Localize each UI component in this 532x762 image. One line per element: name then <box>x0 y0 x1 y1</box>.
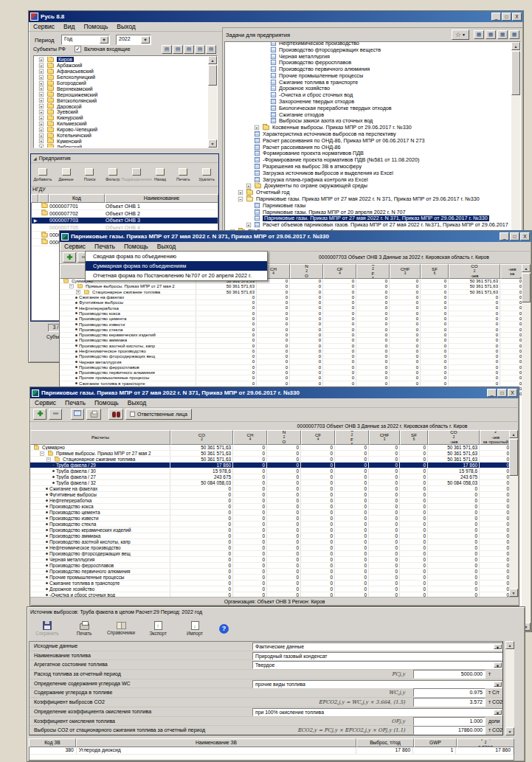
menu-item-помощь[interactable]: Помощь <box>90 399 123 406</box>
expand-icon[interactable]: − <box>69 285 73 288</box>
period-type-select[interactable]: Год▼ <box>61 35 110 45</box>
subject-tree-item[interactable]: +Белохолуницкий <box>35 75 207 80</box>
task-tree-item[interactable]: Черная металлургия <box>227 53 510 60</box>
menu-item-сервис[interactable]: Сервис <box>29 23 59 30</box>
maximize-button[interactable]: □ <box>502 13 511 21</box>
column-header[interactable]: N2O <box>267 430 301 445</box>
main-titlebar[interactable]: Русь 8.8 _□X <box>29 11 523 22</box>
collapse-tree-icon[interactable]: ▦ <box>497 30 508 39</box>
calculation-row[interactable]: −Прямые выбросы. Приказ МПР от 27 мая 25… <box>30 451 510 457</box>
remove-row-button[interactable] <box>49 409 62 420</box>
calculation-row[interactable]: Дорожное хозяйство000000000 <box>30 586 510 592</box>
column-header[interactable]: CHF3 <box>390 264 421 279</box>
field-value[interactable]: 1.000 <box>413 717 486 726</box>
period-year-select[interactable]: 2022▼ <box>116 35 151 45</box>
task-tree-item[interactable]: Сжигание отходов <box>227 111 510 118</box>
zv-column-header[interactable]: Наименование ЗВ <box>76 738 356 747</box>
export-icon[interactable]: ▤ <box>195 45 205 54</box>
expand-icon[interactable]: + <box>39 145 44 148</box>
calculation-row[interactable]: Прочие промышленные процессы000000000 <box>60 375 522 381</box>
close-button[interactable]: X <box>520 232 530 240</box>
calculation-row[interactable]: Производство керамических изделий0000000… <box>30 527 510 533</box>
calculation-row[interactable]: Сжигание топлива в транспорте000000000 <box>30 581 510 586</box>
expand-icon[interactable]: + <box>39 98 44 103</box>
calculation-row[interactable]: Нефтепереработка000000000 <box>30 498 510 504</box>
table-row[interactable]: ▶0000007703Объект ОНВ 3 <box>32 218 218 225</box>
scroll-up-icon[interactable]: ▲ <box>522 264 531 272</box>
zv-column-header[interactable]: Выброс, CO2э,т/год <box>457 738 514 747</box>
column-header[interactable]: CO2 <box>170 430 233 445</box>
task-tree-item[interactable]: -Формирование проекта нормативов ПДВ (№5… <box>227 156 510 163</box>
calculation-row[interactable]: Производство керамических изделий0000000… <box>60 333 522 338</box>
task-tree-item[interactable]: Производство ферросплавов <box>227 59 510 66</box>
menu-item-выход[interactable]: Выход <box>123 399 151 406</box>
print-button[interactable] <box>86 409 101 420</box>
field-select[interactable]: Твердое▼ <box>252 661 503 669</box>
column-header[interactable]: SF6 <box>400 430 428 445</box>
task-tree-item[interactable]: Загрузка источников выбросов и выделения… <box>227 170 510 176</box>
zv-column-header[interactable]: GWP <box>414 738 457 747</box>
expand-icon[interactable]: − <box>46 457 50 461</box>
task-tree-item[interactable]: Сжигание топлива в транспорте <box>227 79 510 86</box>
subject-tree-item[interactable]: +Верхошижемский <box>35 91 207 97</box>
responsible-persons-button[interactable]: Ответственные лица <box>125 409 192 420</box>
task-tree-item[interactable]: Формирование проекта нормативов ПДВ <box>227 150 510 157</box>
expand-icon[interactable]: + <box>39 92 44 97</box>
calculation-row[interactable]: Производство кокса000000000 <box>60 311 522 316</box>
scroll-up-icon[interactable]: ▲ <box>505 641 514 649</box>
expand-icon[interactable]: + <box>76 290 80 294</box>
favorites-star-button[interactable]: ☆▼ <box>452 30 469 40</box>
expand-icon[interactable]: + <box>39 139 44 143</box>
calculation-row[interactable]: Производство первичного алюминия00000000… <box>60 370 522 375</box>
table-view-button[interactable] <box>71 409 84 420</box>
calculation-row[interactable]: Прочие промышленные процессы000000000 <box>30 575 510 581</box>
toolbar-button-add[interactable]: Добавить <box>31 163 55 186</box>
print-menu-item[interactable]: Сводная форма по объединению <box>86 252 267 261</box>
close-button[interactable]: X <box>508 389 517 397</box>
dialog-scrollbar[interactable]: ▲ ▼ <box>509 430 518 597</box>
scroll-down-icon[interactable]: ▼ <box>509 589 518 597</box>
subjects-scrollbar[interactable]: ▲ ▼ <box>208 56 217 148</box>
close-button[interactable]: X <box>512 13 522 21</box>
column-header[interactable]: CO2-эквза прошлый год <box>480 430 511 445</box>
toolbar-button-delete[interactable]: Удалить <box>195 163 218 186</box>
scroll-up-icon[interactable]: ▲ <box>511 42 520 50</box>
minimize-button[interactable]: _ <box>500 232 509 240</box>
calculation-row[interactable]: −Стационарное сжигание топлива50 361 571… <box>30 457 510 463</box>
sheet-icon[interactable]: ▤ <box>206 45 216 54</box>
column-header[interactable]: C2F6 <box>356 264 390 279</box>
task-tree-item[interactable]: +Отчетный год <box>227 189 510 195</box>
chevron-down-icon[interactable]: ▼ <box>494 662 502 668</box>
scroll-down-icon[interactable]: ▼ <box>208 139 217 148</box>
column-header-name[interactable]: Наименование <box>105 194 218 203</box>
calculation-row[interactable]: Производство цемента000000000 <box>60 316 522 322</box>
field-value[interactable]: 3.572 <box>413 698 486 707</box>
column-header[interactable]: CF4 <box>323 264 356 279</box>
column-header[interactable]: CO2-экв <box>428 430 480 445</box>
chevron-down-icon[interactable]: ▼ <box>100 36 108 44</box>
dialog-titlebar[interactable]: Парниковые газы. Приказ МПР от 27 мая 20… <box>30 387 519 398</box>
add-row-button[interactable] <box>63 252 76 263</box>
subject-tree-item[interactable]: +Даровской <box>35 103 207 109</box>
task-tree-item[interactable]: Загрузка плана-графика контроля из Excel <box>227 176 510 183</box>
subject-tree-item[interactable]: +Кирово-Чепецкий <box>35 127 207 133</box>
field-select[interactable]: при 100% окисление топлива▼ <box>252 708 503 716</box>
toolbar-button-back[interactable]: Назад <box>148 163 172 186</box>
calculation-row[interactable]: Производство аммиака000000000 <box>60 338 522 343</box>
field-value[interactable]: 0.975 <box>413 688 486 697</box>
chevron-down-icon[interactable]: ▼ <box>141 36 150 44</box>
subject-tree-item[interactable]: +Лебяжский <box>35 144 207 148</box>
help-icon[interactable]: ? <box>219 624 229 634</box>
field-select[interactable]: Фактические данные▼ <box>252 642 503 651</box>
task-tree-item[interactable]: -Очистка и сброс сточных вод <box>227 91 510 98</box>
include-children-checkbox[interactable]: ✓ <box>75 46 81 52</box>
task-tree-item[interactable]: Парниковые газы. Приказ МПР от 27 мая 20… <box>227 215 510 222</box>
calculation-row[interactable]: Производство аммиака000000000 <box>30 533 510 539</box>
toolbar-button-search[interactable]: Поиск <box>77 163 101 186</box>
toolbar-button-import[interactable]: ↓Импорт <box>178 618 212 639</box>
calculation-row[interactable]: Производство цемента000000000 <box>30 510 510 516</box>
subject-tree-item[interactable]: +Кильмезский <box>35 121 207 127</box>
table-row[interactable]: 0000007702Объект ОНВ 2 <box>32 210 218 218</box>
subject-tree-item[interactable]: +Богородский <box>35 80 207 86</box>
toolbar-button-book[interactable]: Справочники <box>104 618 138 639</box>
